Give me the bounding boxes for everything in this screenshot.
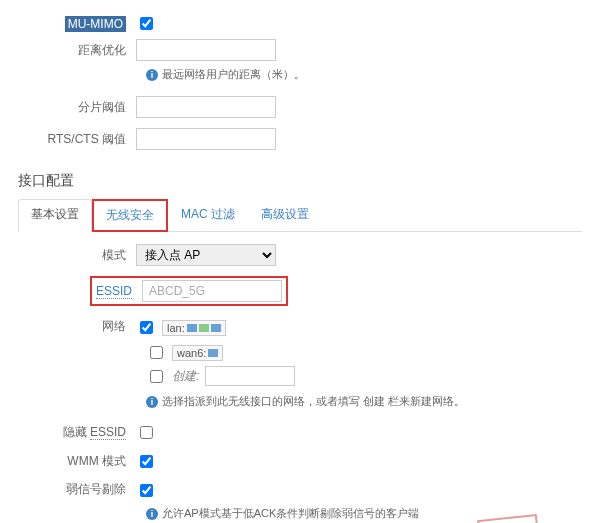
mu-mimo-label: MU-MIMO bbox=[65, 16, 126, 32]
net-icon bbox=[211, 324, 221, 332]
section-title: 接口配置 bbox=[18, 172, 582, 190]
hide-essid-label: 隐藏 ESSID bbox=[18, 424, 136, 441]
essid-label: ESSID bbox=[96, 284, 132, 299]
mode-label: 模式 bbox=[18, 247, 136, 264]
frag-label: 分片阈值 bbox=[18, 99, 136, 116]
network-wan6-checkbox[interactable] bbox=[150, 346, 163, 359]
tab-wireless-security[interactable]: 无线安全 bbox=[92, 199, 168, 232]
network-hint: 选择指派到此无线接口的网络，或者填写 创建 栏来新建网络。 bbox=[162, 394, 465, 409]
info-icon: i bbox=[146, 396, 158, 408]
essid-input[interactable] bbox=[142, 280, 282, 302]
net-icon bbox=[199, 324, 209, 332]
weak-signal-hint: 允许AP模式基于低ACK条件判断剔除弱信号的客户端 bbox=[162, 506, 419, 521]
network-lan-tag: lan: bbox=[162, 320, 226, 336]
network-wan6-tag: wan6: bbox=[172, 345, 223, 361]
network-custom-label: 创建: bbox=[172, 368, 199, 385]
rtscts-input[interactable] bbox=[136, 128, 276, 150]
info-icon: i bbox=[146, 69, 158, 81]
network-label: 网络 bbox=[18, 318, 136, 335]
network-custom-checkbox[interactable] bbox=[150, 370, 163, 383]
wmm-label: WMM 模式 bbox=[18, 453, 136, 470]
tabs: 基本设置 无线安全 MAC 过滤 高级设置 bbox=[18, 198, 582, 232]
tab-basic[interactable]: 基本设置 bbox=[18, 199, 92, 232]
weak-signal-checkbox[interactable] bbox=[140, 484, 153, 497]
info-icon: i bbox=[146, 508, 158, 520]
weak-signal-label: 弱信号剔除 bbox=[18, 481, 136, 498]
distance-hint: 最远网络用户的距离（米）。 bbox=[162, 67, 305, 82]
net-icon bbox=[208, 349, 218, 357]
distance-input[interactable] bbox=[136, 39, 276, 61]
tab-mac-filter[interactable]: MAC 过滤 bbox=[168, 199, 248, 232]
wmm-checkbox[interactable] bbox=[140, 455, 153, 468]
hide-essid-checkbox[interactable] bbox=[140, 426, 153, 439]
frag-input[interactable] bbox=[136, 96, 276, 118]
network-custom-input[interactable] bbox=[205, 366, 295, 386]
rtscts-label: RTS/CTS 阈值 bbox=[18, 131, 136, 148]
essid-highlight-box: ESSID bbox=[90, 276, 288, 306]
distance-label: 距离优化 bbox=[18, 42, 136, 59]
mu-mimo-checkbox[interactable] bbox=[140, 17, 153, 30]
net-icon bbox=[187, 324, 197, 332]
tab-advanced[interactable]: 高级设置 bbox=[248, 199, 322, 232]
mode-select[interactable]: 接入点 AP bbox=[136, 244, 276, 266]
network-lan-checkbox[interactable] bbox=[140, 321, 153, 334]
